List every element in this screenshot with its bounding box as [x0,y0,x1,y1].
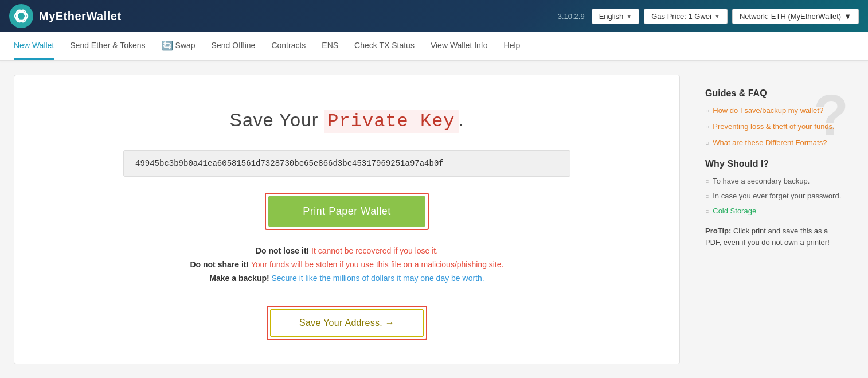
gas-price-selector[interactable]: Gas Price: 1 Gwei ▼ [644,9,728,24]
warnings-section: Do not lose it! It cannot be recovered i… [190,246,503,287]
logo-icon [9,4,33,28]
header: MyEtherWallet 3.10.2.9 English ▼ Gas Pri… [0,0,868,32]
bullet-1: ○ [705,107,709,115]
header-left: MyEtherWallet [9,4,122,28]
gas-price-label: Gas Price: 1 Gwei [651,12,711,21]
bullet-5: ○ [705,192,709,200]
svg-point-2 [14,9,28,24]
cold-storage-link[interactable]: Cold Storage [713,206,756,216]
main-nav: New Wallet Send Ether & Tokens 🔄 Swap Se… [0,32,868,61]
network-label: Network: ETH (MyEtherWallet) [740,12,841,21]
guide-link-save-backup[interactable]: How do I save/backup my wallet? [713,106,823,116]
nav-item-contracts[interactable]: Contracts [271,33,306,60]
why-item-3: ○ Cold Storage [705,206,843,216]
network-selector[interactable]: Network: ETH (MyEtherWallet) ▼ [732,9,859,24]
guide-link-3: ○ What are these Different Formats? [705,138,843,148]
app-title: MyEtherWallet [39,10,122,23]
nav-item-new-wallet[interactable]: New Wallet [14,33,54,60]
nav-item-help[interactable]: Help [504,33,521,60]
guide-link-formats[interactable]: What are these Different Formats? [713,138,827,148]
bullet-2: ○ [705,123,709,131]
header-right: 3.10.2.9 English ▼ Gas Price: 1 Gwei ▼ N… [558,9,859,24]
nav-item-swap[interactable]: 🔄 Swap [162,32,196,61]
swap-icon: 🔄 [162,40,173,51]
guide-link-1: ○ How do I save/backup my wallet? [705,106,843,116]
why-item-1: ○ To have a secondary backup. [705,176,843,186]
nav-item-send-ether[interactable]: Send Ether & Tokens [70,33,145,60]
protip-text: ProTip: Click print and save this as a P… [705,225,843,248]
language-label: English [599,12,624,21]
why-forget-password: In case you ever forget your password. [713,191,841,201]
guide-link-2: ○ Preventing loss & theft of your funds. [705,122,843,132]
nav-item-check-tx[interactable]: Check TX Status [354,33,415,60]
why-secondary-backup: To have a secondary backup. [713,176,810,186]
bullet-6: ○ [705,207,709,215]
print-button-wrapper: Print Paper Wallet [265,193,428,230]
bullet-4: ○ [705,177,709,185]
nav-item-view-wallet[interactable]: View Wallet Info [431,33,488,60]
why-should-i-title: Why Should I? [705,159,843,169]
warning-share: Do not share it! Your funds will be stol… [190,260,503,269]
language-dropdown-arrow: ▼ [626,13,632,20]
print-paper-wallet-button[interactable]: Print Paper Wallet [268,196,425,227]
save-button-wrapper: Save Your Address. → [267,306,427,340]
main-container: Save Your Private Key. 49945bc3b9b0a41ea… [0,61,868,378]
save-your-address-button[interactable]: Save Your Address. → [270,309,424,337]
gas-price-dropdown-arrow: ▼ [714,13,720,20]
network-dropdown-arrow: ▼ [844,12,851,21]
content-area: Save Your Private Key. 49945bc3b9b0a41ea… [14,75,680,364]
private-key-display: 49945bc3b9b0a41ea60581561d7328730be65e86… [123,150,570,177]
sidebar-content: Guides & FAQ ○ How do I save/backup my w… [705,88,843,248]
nav-item-ens[interactable]: ENS [322,33,338,60]
nav-item-send-offline[interactable]: Send Offline [212,33,256,60]
warning-backup: Make a backup! Secure it like the millio… [190,274,503,283]
warning-lose: Do not lose it! It cannot be recovered i… [190,246,503,255]
sidebar: ? Guides & FAQ ○ How do I save/backup my… [694,75,854,364]
page-title: Save Your Private Key. [230,110,464,132]
version-label: 3.10.2.9 [558,12,585,21]
guides-faq-title: Guides & FAQ [705,88,843,99]
guide-link-preventing-loss[interactable]: Preventing loss & theft of your funds. [713,122,834,132]
why-item-2: ○ In case you ever forget your password. [705,191,843,201]
language-selector[interactable]: English ▼ [592,9,640,24]
bullet-3: ○ [705,139,709,147]
